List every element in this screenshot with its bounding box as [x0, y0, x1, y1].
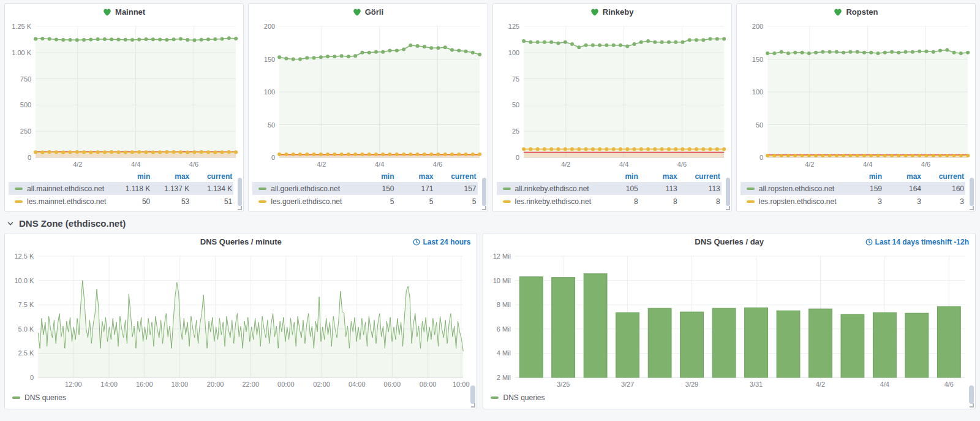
- svg-text:4/6: 4/6: [433, 161, 442, 168]
- series-current: 8: [679, 197, 722, 206]
- svg-text:3/31: 3/31: [750, 381, 763, 388]
- svg-text:3/29: 3/29: [685, 381, 698, 388]
- panel-resize-handle[interactable]: [482, 206, 486, 210]
- series-label: all.mainnet.ethdisco.net: [27, 184, 104, 193]
- legend-header-current[interactable]: current: [679, 172, 722, 181]
- series-label: all.ropsten.ethdisco.net: [759, 184, 834, 193]
- series-label: all.rinkeby.ethdisco.net: [515, 184, 589, 193]
- legend-header-min[interactable]: min: [600, 172, 639, 181]
- svg-text:4/6: 4/6: [189, 161, 198, 168]
- legend-header-min[interactable]: min: [356, 172, 396, 181]
- panel-scrollbar[interactable]: [969, 385, 974, 404]
- mainnet-chart[interactable]: 02505007501.00 K1.25 K4/24/44/6: [9, 20, 239, 170]
- row-dns-zone[interactable]: DNS Zone (ethdisco.net): [4, 212, 976, 233]
- legend-table: min max current all.mainnet.ethdisco.net…: [9, 170, 239, 208]
- series-label[interactable]: DNS queries: [503, 393, 545, 402]
- series-toggle[interactable]: les.mainnet.ethdisco.net: [9, 197, 112, 206]
- series-current: 3: [922, 197, 965, 206]
- panel-resize-handle[interactable]: [471, 403, 475, 408]
- legend-header-max[interactable]: max: [151, 172, 190, 181]
- legend-row: all.mainnet.ethdisco.net 1.118 K 1.137 K…: [9, 182, 233, 195]
- svg-text:14:00: 14:00: [100, 381, 118, 388]
- dns-minute-legend: DNS queries: [9, 390, 473, 406]
- legend-header-current[interactable]: current: [190, 172, 233, 181]
- legend-header-max[interactable]: max: [639, 172, 679, 181]
- series-color-swatch: [503, 200, 511, 203]
- panel-resize-handle[interactable]: [726, 206, 730, 210]
- panel-title-goerli[interactable]: Görli: [252, 4, 483, 20]
- series-color-swatch: [747, 188, 755, 190]
- svg-text:10 Mil: 10 Mil: [493, 277, 511, 284]
- series-fill: [767, 50, 968, 158]
- legend-scrollbar[interactable]: [482, 178, 486, 206]
- legend-header-max[interactable]: max: [396, 172, 435, 181]
- svg-text:100: 100: [508, 49, 519, 56]
- series-label[interactable]: DNS queries: [24, 393, 66, 402]
- dns-minute-chart[interactable]: 02.5 K5.0 K7.5 K10.0 K12.5 K12:0014:0016…: [9, 250, 473, 390]
- legend-header-min[interactable]: min: [844, 172, 883, 181]
- legend-row: les.ropsten.ethdisco.net 3 3 3: [741, 195, 965, 208]
- series-fill: [524, 39, 724, 158]
- svg-text:08:00: 08:00: [420, 381, 437, 388]
- panel-scrollbar[interactable]: [470, 385, 475, 404]
- health-heart-icon: [353, 8, 361, 17]
- panel-resize-handle[interactable]: [970, 206, 974, 210]
- legend-header-current[interactable]: current: [922, 172, 965, 181]
- series-toggle[interactable]: les.rinkeby.ethdisco.net: [497, 197, 600, 206]
- legend-scrollbar[interactable]: [726, 178, 730, 206]
- dns-day-chart[interactable]: 2 Mil4 Mil6 Mil8 Mil10 Mil12 Mil3/253/27…: [487, 250, 971, 390]
- time-range-dns-minute[interactable]: Last 24 hours: [413, 233, 470, 250]
- series-toggle[interactable]: all.rinkeby.ethdisco.net: [497, 184, 600, 193]
- svg-text:4/4: 4/4: [880, 381, 889, 388]
- svg-text:02:00: 02:00: [313, 381, 330, 388]
- panel-mainnet: Mainnet 02505007501.00 K1.25 K4/24/44/6 …: [4, 3, 244, 212]
- legend-header-max[interactable]: max: [883, 172, 922, 181]
- panel-title-ropsten[interactable]: Ropsten: [741, 4, 971, 20]
- panel-title-text: Rinkeby: [603, 7, 634, 17]
- panel-resize-handle[interactable]: [970, 403, 974, 408]
- series-label: les.goerli.ethdisco.net: [271, 197, 342, 206]
- svg-text:20:00: 20:00: [207, 381, 224, 388]
- time-range-text: Last 14 days timeshift -12h: [875, 238, 969, 246]
- svg-text:16:00: 16:00: [136, 381, 153, 388]
- ropsten-chart[interactable]: 0501001502004/24/44/6: [741, 20, 971, 170]
- svg-text:4/2: 4/2: [816, 381, 825, 388]
- svg-text:50: 50: [756, 121, 763, 129]
- svg-text:100: 100: [264, 88, 275, 96]
- time-range-dns-day[interactable]: Last 14 days timeshift -12h: [865, 233, 969, 250]
- legend-header-min[interactable]: min: [112, 172, 151, 181]
- panel-title-rinkeby[interactable]: Rinkeby: [497, 4, 728, 20]
- svg-text:150: 150: [752, 56, 763, 63]
- svg-text:10:00: 10:00: [453, 381, 470, 388]
- series-max: 171: [396, 184, 435, 193]
- series-toggle[interactable]: les.ropsten.ethdisco.net: [741, 197, 844, 206]
- goerli-chart[interactable]: 0501001502004/24/44/6: [252, 20, 483, 170]
- rinkeby-chart[interactable]: 02550751001254/24/44/6: [497, 20, 728, 170]
- network-panels-row: Mainnet 02505007501.00 K1.25 K4/24/44/6 …: [4, 3, 976, 212]
- series-current: 51: [190, 197, 233, 206]
- series-color-swatch: [747, 200, 755, 203]
- svg-text:4/4: 4/4: [863, 161, 872, 168]
- svg-text:12 Mil: 12 Mil: [493, 252, 511, 260]
- health-heart-icon: [834, 8, 842, 17]
- bars: [520, 274, 961, 377]
- legend-scrollbar[interactable]: [238, 178, 242, 206]
- svg-text:125: 125: [508, 23, 519, 30]
- panel-title-mainnet[interactable]: Mainnet: [9, 4, 239, 20]
- series-max: 8: [639, 197, 679, 206]
- series-fill: [36, 38, 236, 157]
- series-toggle[interactable]: all.mainnet.ethdisco.net: [9, 184, 112, 193]
- series-toggle[interactable]: all.goerli.ethdisco.net: [252, 184, 356, 193]
- legend-scrollbar[interactable]: [970, 178, 974, 206]
- series-toggle[interactable]: all.ropsten.ethdisco.net: [741, 184, 844, 193]
- series-toggle[interactable]: les.goerli.ethdisco.net: [252, 197, 356, 206]
- panel-resize-handle[interactable]: [238, 206, 242, 210]
- clock-icon: [413, 238, 420, 246]
- svg-text:1.25 K: 1.25 K: [12, 23, 31, 30]
- svg-text:7.5 K: 7.5 K: [18, 301, 34, 308]
- panel-title-dns-day[interactable]: DNS Queries / day: [695, 237, 764, 246]
- legend-header-current[interactable]: current: [435, 172, 478, 181]
- panel-title-dns-minute[interactable]: DNS Queries / minute: [200, 237, 282, 246]
- svg-text:0: 0: [30, 374, 34, 381]
- svg-text:4/2: 4/2: [805, 161, 814, 168]
